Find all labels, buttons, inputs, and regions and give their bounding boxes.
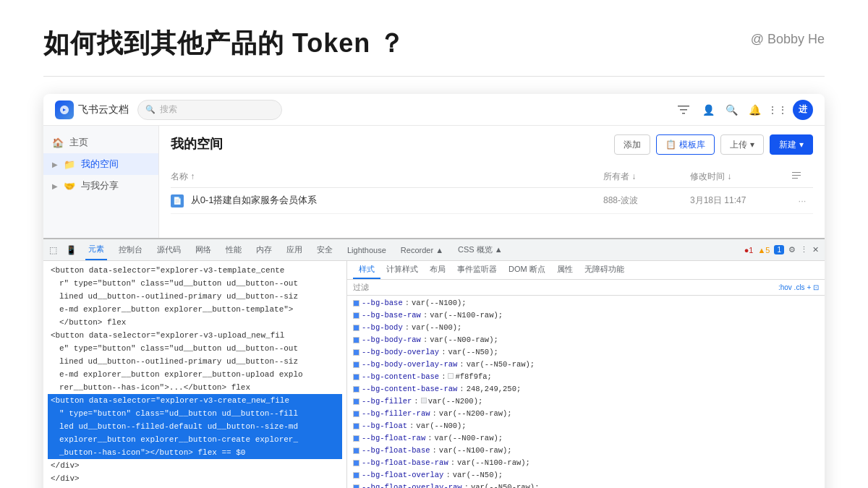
html-line: explorer__button explorer__button-create…: [48, 433, 342, 446]
col-header-action: [791, 171, 813, 183]
page-header: 如何找到其他产品的 Token ？ @ Bobby He: [0, 0, 868, 76]
css-tab-dom[interactable]: DOM 断点: [503, 261, 551, 279]
sidebar-item-myspace[interactable]: ▶ 📁 我的空间: [43, 153, 158, 175]
css-var-checkbox[interactable]: [353, 435, 360, 442]
html-line: <button data-selector="explorer-v3-uploa…: [48, 329, 342, 342]
html-line: </button> flex: [48, 316, 342, 329]
css-tab-properties[interactable]: 属性: [551, 261, 579, 279]
devtools-tab-lighthouse[interactable]: Lighthouse: [344, 239, 389, 260]
css-var-checkbox[interactable]: [353, 484, 360, 489]
chevron-down-icon: ▾: [750, 140, 754, 150]
css-var-value: var(--N100-raw);: [430, 309, 503, 322]
devtools-tab-sources[interactable]: 源代码: [154, 239, 184, 260]
css-var-row: --bg-float-overlay-raw:var(--N50-raw);: [353, 481, 819, 488]
add-button[interactable]: 添加: [614, 134, 650, 155]
css-var-checkbox[interactable]: [353, 337, 360, 344]
css-var-row: --bg-float-overlay:var(--N50);: [353, 469, 819, 481]
css-tab-event[interactable]: 事件监听器: [451, 261, 503, 279]
css-var-checkbox[interactable]: [353, 460, 360, 467]
css-var-checkbox[interactable]: [353, 411, 360, 418]
vertical-dots-icon[interactable]: ⋮: [800, 245, 808, 254]
css-var-checkbox[interactable]: [353, 472, 360, 479]
content-title: 我的空间: [171, 135, 223, 153]
devtools-tab-network[interactable]: 网络: [192, 239, 214, 260]
css-var-checkbox[interactable]: [353, 448, 360, 455]
user-avatar: 进: [793, 100, 813, 120]
search-nav-icon: 🔍: [723, 102, 739, 118]
css-tab-layout[interactable]: 布局: [424, 261, 451, 279]
css-tabs: 样式 计算样式 布局 事件监听器 DOM 断点 属性 无障碍功能: [347, 261, 825, 280]
css-var-checkbox[interactable]: [353, 349, 360, 356]
sidebar-item-shared[interactable]: ▶ 🤝 与我分享: [43, 175, 158, 197]
css-var-value: var(--N00-raw);: [430, 334, 498, 346]
new-button[interactable]: 新建 ▾: [770, 134, 813, 155]
feishu-search[interactable]: 🔍 搜索: [137, 100, 282, 120]
content-toolbar: 添加 📋 模板库 上传 ▾ 新建 ▾: [614, 134, 813, 155]
home-icon: 🏠: [52, 137, 64, 148]
bell-icon: 🔔: [746, 102, 762, 118]
table-row[interactable]: 📄 从0-1搭建自如家服务会员体系 888-波波 3月18日 11:47 ···: [171, 188, 813, 214]
css-tab-computed[interactable]: 计算样式: [380, 261, 424, 279]
css-var-checkbox[interactable]: [353, 386, 360, 393]
feishu-logo-icon: [55, 100, 74, 119]
css-var-checkbox[interactable]: [353, 300, 360, 307]
file-modified: 3月18日 11:47: [690, 194, 791, 207]
css-var-name: --bg-float: [362, 420, 407, 432]
devtools-tab-application[interactable]: 应用: [284, 239, 305, 260]
upload-button[interactable]: 上传 ▾: [720, 134, 764, 155]
more-icon[interactable]: ···: [791, 195, 813, 206]
css-filter-row: 过滤 :hov .cls + ⊡: [347, 280, 825, 296]
html-line: e" type="button" class="ud__button ud__b…: [48, 342, 342, 355]
css-var-value: var(--N00);: [416, 420, 466, 432]
filter-hint: :hov .cls + ⊡: [778, 283, 819, 291]
css-var-name: --bg-base-raw: [362, 309, 421, 322]
template-button[interactable]: 📋 模板库: [656, 134, 715, 155]
css-var-row: --bg-base:var(--N100);: [353, 297, 819, 309]
devtools-tab-recorder[interactable]: Recorder ▲: [398, 239, 446, 260]
css-var-value: var(--N50);: [453, 469, 503, 481]
devtools-topbar: ⬚ 📱 元素 控制台 源代码 网络 性能 内存 应用 安全 Lighthouse…: [43, 239, 825, 261]
devtools-tab-security[interactable]: 安全: [314, 239, 336, 260]
css-var-name: --bg-float-base-raw: [362, 457, 448, 469]
css-var-checkbox[interactable]: [353, 361, 360, 369]
devtools-html-pane[interactable]: <button data-selector="explorer-v3-templ…: [43, 261, 347, 488]
devtools-select-icon[interactable]: ⬚: [49, 245, 57, 255]
settings-icon[interactable]: ⚙: [788, 245, 796, 254]
close-icon[interactable]: ✕: [812, 245, 819, 254]
css-var-name: --bg-filler-raw: [362, 408, 430, 420]
devtools-tab-elements[interactable]: 元素: [85, 239, 107, 260]
css-var-checkbox[interactable]: [353, 398, 360, 406]
col-header-modified: 修改时间 ↓: [690, 171, 791, 183]
css-var-name: --bg-content-base: [362, 371, 439, 383]
css-var-checkbox[interactable]: [353, 312, 360, 320]
css-var-checkbox[interactable]: [353, 423, 360, 430]
css-tab-styles[interactable]: 样式: [353, 261, 380, 279]
html-line: <div data-sel="explorer-v3-list_view_hea…: [48, 485, 342, 488]
devtools-tab-memory[interactable]: 内存: [253, 239, 275, 260]
arrow-icon-2: ▶: [52, 182, 58, 190]
devtools-tab-performance[interactable]: 性能: [223, 239, 244, 260]
css-var-checkbox[interactable]: [353, 374, 360, 381]
css-var-row: --bg-float-base:var(--N100-raw);: [353, 445, 819, 457]
search-icon: 🔍: [145, 105, 156, 114]
devtools-tab-console[interactable]: 控制台: [116, 239, 145, 260]
devtools-tab-css[interactable]: CSS 概览 ▲: [455, 239, 506, 260]
template-icon: 📋: [665, 140, 676, 150]
svg-rect-0: [678, 106, 689, 107]
color-swatch: [421, 398, 427, 403]
css-var-checkbox[interactable]: [353, 325, 360, 332]
color-swatch: [448, 373, 454, 379]
css-var-value: var(--N50-raw);: [467, 359, 535, 371]
page-title: 如何找到其他产品的 Token ？: [43, 26, 405, 61]
col-header-name: 名称 ↑: [171, 171, 603, 183]
sidebar-item-home[interactable]: 🏠 主页: [43, 132, 158, 153]
css-vars-list: --bg-base:var(--N100);--bg-base-raw:var(…: [347, 296, 825, 488]
feishu-logo: 飞书云文档: [55, 100, 129, 119]
svg-rect-5: [792, 178, 798, 179]
html-line: led ud__button--filled-default ud__butto…: [48, 420, 342, 433]
css-var-value: var(--N00);: [412, 322, 461, 334]
devtools-device-icon[interactable]: 📱: [66, 245, 77, 255]
css-tab-accessibility[interactable]: 无障碍功能: [579, 261, 630, 279]
feishu-logo-text: 飞书云文档: [78, 103, 129, 116]
css-var-value: var(--N100-raw);: [457, 457, 530, 469]
